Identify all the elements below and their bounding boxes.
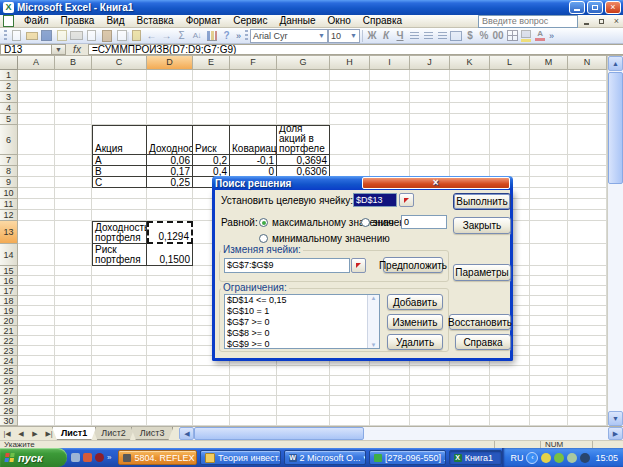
open-icon[interactable] xyxy=(24,29,39,43)
cell-F5[interactable] xyxy=(230,114,277,125)
cell-G2[interactable] xyxy=(277,81,330,92)
cell-A12[interactable] xyxy=(18,210,55,221)
restore-button[interactable] xyxy=(587,1,603,14)
name-box[interactable]: D13 xyxy=(0,44,52,55)
cell-C5[interactable] xyxy=(92,114,147,125)
cell-E30[interactable] xyxy=(193,416,230,426)
cell-G4[interactable] xyxy=(277,103,330,114)
cell-A9[interactable] xyxy=(18,177,55,188)
cell-D23[interactable] xyxy=(147,346,193,356)
cell-L26[interactable] xyxy=(490,376,530,386)
cell-A1[interactable] xyxy=(18,70,55,81)
cell-M15[interactable] xyxy=(530,266,568,276)
select-all-corner[interactable] xyxy=(0,56,18,70)
cell-M11[interactable] xyxy=(530,199,568,210)
cell-C15[interactable] xyxy=(92,266,147,276)
cell-L25[interactable] xyxy=(490,366,530,376)
menu-data[interactable]: Данные xyxy=(273,15,321,27)
delete-constraint-button[interactable]: Удалить xyxy=(387,334,443,350)
cell-J7[interactable] xyxy=(410,155,450,166)
cell-K5[interactable] xyxy=(450,114,490,125)
cell-D5[interactable] xyxy=(147,114,193,125)
cell-F29[interactable] xyxy=(230,406,277,416)
cell-N10[interactable] xyxy=(568,188,607,199)
cell-A6[interactable] xyxy=(18,125,55,155)
cell-D20[interactable] xyxy=(147,316,193,326)
cell-D8[interactable]: 0,17 xyxy=(147,166,193,177)
cell-D2[interactable] xyxy=(147,81,193,92)
cell-I2[interactable] xyxy=(370,81,410,92)
row-header-28[interactable]: 28 xyxy=(0,396,18,406)
hide-icons-icon[interactable]: ‹ xyxy=(526,452,538,464)
ask-question-input[interactable]: Введите вопрос xyxy=(478,15,578,28)
cell-M14[interactable] xyxy=(530,244,568,266)
autosum-icon[interactable]: Σ xyxy=(174,29,189,43)
cell-B8[interactable] xyxy=(55,166,92,177)
cell-M16[interactable] xyxy=(530,276,568,286)
insert-function-icon[interactable]: fx xyxy=(66,44,88,55)
permission-icon[interactable] xyxy=(54,29,69,43)
row-header-5[interactable]: 5 xyxy=(0,114,18,125)
task-button-kniga1[interactable]: X Книга1 xyxy=(449,450,503,465)
cell-C21[interactable] xyxy=(92,326,147,336)
cell-F1[interactable] xyxy=(230,70,277,81)
tray-icon-1[interactable] xyxy=(541,453,551,463)
chart-wizard-icon[interactable] xyxy=(204,29,219,43)
cell-N4[interactable] xyxy=(568,103,607,114)
cell-I28[interactable] xyxy=(370,396,410,406)
guess-button[interactable]: Предположить xyxy=(383,257,443,273)
cell-C18[interactable] xyxy=(92,296,147,306)
cell-B25[interactable] xyxy=(55,366,92,376)
cell-K30[interactable] xyxy=(450,416,490,426)
cell-B5[interactable] xyxy=(55,114,92,125)
align-center-icon[interactable] xyxy=(421,29,435,43)
cell-C1[interactable] xyxy=(92,70,147,81)
cell-K27[interactable] xyxy=(450,386,490,396)
standard-toolbar-grip[interactable] xyxy=(4,30,7,41)
cell-N17[interactable] xyxy=(568,286,607,296)
cell-A18[interactable] xyxy=(18,296,55,306)
cell-C20[interactable] xyxy=(92,316,147,326)
cell-C27[interactable] xyxy=(92,386,147,396)
cell-N28[interactable] xyxy=(568,396,607,406)
cell-D26[interactable] xyxy=(147,376,193,386)
cell-N21[interactable] xyxy=(568,326,607,336)
cell-C24[interactable] xyxy=(92,356,147,366)
cell-M27[interactable] xyxy=(530,386,568,396)
scroll-right-icon[interactable]: ▶ xyxy=(608,427,623,440)
cell-E26[interactable] xyxy=(193,376,230,386)
column-header-H[interactable]: H xyxy=(330,56,370,70)
worksheet-menu-icon[interactable] xyxy=(3,15,14,27)
target-cell-input[interactable]: $D$13 xyxy=(353,193,397,207)
formatting-toolbar-options-icon[interactable]: » xyxy=(549,31,554,41)
column-header-B[interactable]: B xyxy=(55,56,92,70)
cell-A5[interactable] xyxy=(18,114,55,125)
cell-D11[interactable] xyxy=(147,199,193,210)
borders-icon[interactable] xyxy=(505,29,519,43)
cell-E6[interactable]: Риск xyxy=(193,125,230,155)
constraint-item[interactable]: $D$14 <= 0,15 xyxy=(225,295,379,306)
cell-D25[interactable] xyxy=(147,366,193,376)
cell-G3[interactable] xyxy=(277,92,330,103)
quick-launch-icon-1[interactable] xyxy=(71,453,80,462)
book-close-button[interactable]: × xyxy=(610,16,623,27)
cell-N26[interactable] xyxy=(568,376,607,386)
solver-dialog-titlebar[interactable]: Поиск решения × xyxy=(212,176,513,190)
cell-D13[interactable]: 0,1294 xyxy=(147,221,193,244)
constraint-item[interactable]: $G$10 = 1 xyxy=(225,306,379,317)
cell-J5[interactable] xyxy=(410,114,450,125)
column-header-N[interactable]: N xyxy=(568,56,607,70)
row-header-9[interactable]: 9 xyxy=(0,177,18,188)
formula-input[interactable]: =СУММПРОИЗВ(D7:D9;G7:G9) xyxy=(88,44,623,55)
cell-F2[interactable] xyxy=(230,81,277,92)
cell-I25[interactable] xyxy=(370,366,410,376)
cell-B9[interactable] xyxy=(55,177,92,188)
cell-E27[interactable] xyxy=(193,386,230,396)
cell-C4[interactable] xyxy=(92,103,147,114)
cell-J30[interactable] xyxy=(410,416,450,426)
column-header-K[interactable]: K xyxy=(450,56,490,70)
cell-C12[interactable] xyxy=(92,210,147,221)
font-size-select[interactable]: 10▼ xyxy=(328,29,360,43)
cell-F7[interactable]: -0,1 xyxy=(230,155,277,166)
align-left-icon[interactable] xyxy=(407,29,421,43)
